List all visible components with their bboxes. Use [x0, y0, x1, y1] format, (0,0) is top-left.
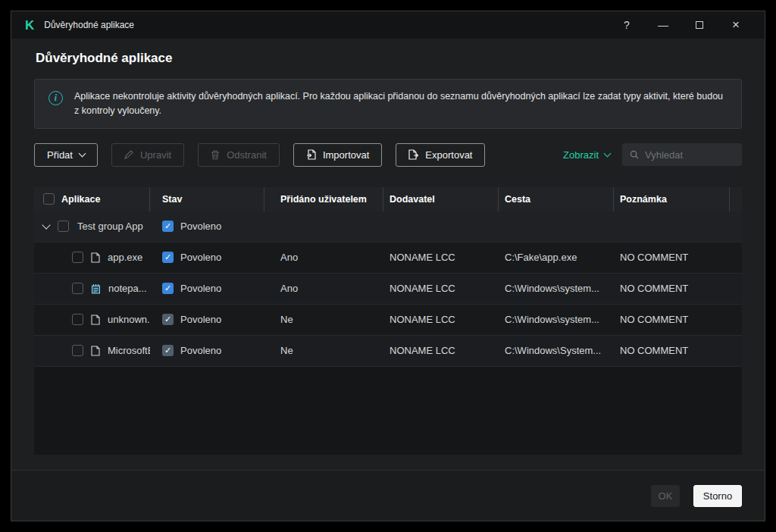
- comment: NO COMMENT: [614, 243, 730, 273]
- column-header-note[interactable]: Poznámka: [614, 187, 730, 211]
- path: C:\Windows\system...: [499, 274, 614, 304]
- chevron-down-icon: [79, 149, 86, 157]
- chevron-down-icon: [604, 149, 612, 157]
- vendor: NONAME LCC: [383, 274, 499, 304]
- file-icon: [91, 315, 100, 325]
- import-icon: [306, 149, 316, 160]
- column-header-vendor[interactable]: Dodavatel: [383, 187, 499, 211]
- row-checkbox[interactable]: [72, 252, 83, 263]
- status-label: Povoleno: [180, 252, 221, 263]
- comment: NO COMMENT: [614, 336, 730, 366]
- trash-icon: [211, 150, 220, 160]
- status-label: Povoleno: [180, 314, 221, 325]
- group-name: Test group App: [77, 221, 143, 232]
- view-dropdown-label: Zobrazit: [563, 149, 599, 161]
- added-by-user: Ano: [264, 274, 383, 304]
- search-box[interactable]: [622, 143, 742, 166]
- status-checkbox[interactable]: ✓: [162, 345, 174, 356]
- row-checkbox[interactable]: [58, 221, 69, 232]
- add-button[interactable]: Přidat: [34, 143, 98, 167]
- edit-button-label: Upravit: [140, 149, 171, 161]
- app-name: app.exe: [108, 252, 142, 263]
- export-button[interactable]: Exportovat: [396, 143, 485, 167]
- pencil-icon: [124, 150, 133, 159]
- maximize-icon: [696, 21, 703, 29]
- app-name: unknown....: [108, 314, 150, 325]
- delete-button[interactable]: Odstranit: [198, 143, 280, 167]
- status-checkbox[interactable]: ✓: [162, 221, 174, 232]
- table-row[interactable]: notepa... ✓ Povoleno Ano NONAME LCC C:\W…: [34, 274, 742, 305]
- window-controls: ? — ×: [609, 17, 754, 33]
- import-button-label: Importovat: [323, 149, 369, 161]
- column-header-path[interactable]: Cesta: [499, 187, 614, 211]
- added-by-user: Ne: [264, 336, 383, 366]
- comment: NO COMMENT: [614, 305, 730, 335]
- app-name: notepa...: [108, 283, 147, 294]
- maximize-button[interactable]: [681, 19, 718, 31]
- path: C:\Windows\system...: [499, 305, 614, 335]
- status-checkbox[interactable]: ✓: [162, 252, 174, 263]
- vendor: NONAME LCC: [383, 305, 499, 335]
- applications-table: Aplikace Stav Přidáno uživatelem Dodavat…: [34, 187, 742, 455]
- toolbar: Přidat Upravit Odstranit Importovat Expo…: [34, 143, 742, 167]
- status-checkbox[interactable]: ✓: [162, 283, 174, 294]
- path: C:\Windows\System...: [499, 336, 614, 366]
- vendor: NONAME LCC: [383, 243, 499, 273]
- info-icon: i: [48, 91, 63, 105]
- row-checkbox[interactable]: [72, 314, 83, 325]
- main-content: Důvěryhodné aplikace i Aplikace nekontro…: [11, 51, 765, 455]
- close-button[interactable]: ×: [718, 17, 754, 33]
- added-by-user: Ano: [264, 243, 383, 273]
- titlebar: K Důvěryhodné aplikace ? — ×: [11, 11, 765, 39]
- status-label: Povoleno: [180, 283, 221, 294]
- collapse-chevron-icon[interactable]: [42, 221, 50, 229]
- minimize-button[interactable]: —: [645, 19, 681, 31]
- kaspersky-logo-icon: K: [25, 19, 34, 32]
- vendor: NONAME LCC: [383, 336, 499, 366]
- add-button-label: Přidat: [47, 149, 73, 161]
- table-row[interactable]: app.exe ✓ Povoleno Ano NONAME LCC C:\Fak…: [34, 243, 742, 274]
- table-row[interactable]: MicrosoftE... ✓ Povoleno Ne NONAME LCC C…: [34, 336, 742, 367]
- select-all-checkbox[interactable]: [43, 193, 55, 205]
- status-label: Povoleno: [180, 345, 221, 356]
- info-banner-text: Aplikace nekontroluje aktivity důvěryhod…: [74, 89, 726, 118]
- search-input[interactable]: [645, 149, 734, 161]
- column-header-added[interactable]: Přidáno uživatelem: [264, 187, 383, 211]
- info-banner: i Aplikace nekontroluje aktivity důvěryh…: [34, 79, 742, 129]
- column-header-app[interactable]: Aplikace: [61, 187, 150, 211]
- table-header: Aplikace Stav Přidáno uživatelem Dodavat…: [34, 187, 742, 211]
- window-title: Důvěryhodné aplikace: [44, 20, 134, 30]
- view-dropdown[interactable]: Zobrazit: [563, 149, 610, 161]
- help-button[interactable]: ?: [609, 19, 645, 31]
- ok-button[interactable]: OK: [651, 485, 680, 507]
- row-checkbox[interactable]: [72, 283, 83, 294]
- group-row[interactable]: Test group App ✓ Povoleno: [34, 211, 742, 243]
- footer: OK Storno: [11, 470, 765, 521]
- app-name: MicrosoftE...: [108, 345, 150, 356]
- row-checkbox[interactable]: [72, 345, 83, 356]
- table-row[interactable]: unknown.... ✓ Povoleno Ne NONAME LCC C:\…: [34, 305, 742, 336]
- search-icon: [630, 149, 639, 160]
- comment: NO COMMENT: [614, 274, 730, 304]
- status-label: Povoleno: [180, 221, 221, 232]
- delete-button-label: Odstranit: [227, 149, 267, 161]
- export-button-label: Exportovat: [425, 149, 472, 161]
- import-button[interactable]: Importovat: [293, 143, 382, 167]
- column-header-status[interactable]: Stav: [150, 187, 264, 211]
- path: C:\Fake\app.exe: [499, 243, 614, 273]
- added-by-user: Ne: [264, 305, 383, 335]
- file-icon: [91, 252, 100, 263]
- page-title: Důvěryhodné aplikace: [36, 51, 742, 66]
- file-icon: [91, 346, 100, 356]
- edit-button[interactable]: Upravit: [111, 143, 184, 167]
- export-icon: [408, 149, 418, 160]
- notepad-icon: [91, 283, 101, 294]
- app-window: K Důvěryhodné aplikace ? — × Důvěryhodné…: [11, 11, 765, 521]
- status-checkbox[interactable]: ✓: [162, 314, 174, 325]
- cancel-button[interactable]: Storno: [693, 485, 742, 507]
